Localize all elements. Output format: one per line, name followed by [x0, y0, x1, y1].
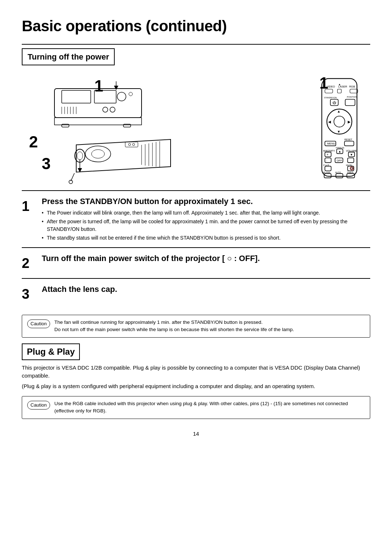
- caution-box-1: Caution The fan will continue running fo…: [22, 315, 370, 338]
- projector-diagram: 1 2 3: [22, 70, 305, 187]
- step-1: 1 Press the STANDBY/ON button for approx…: [22, 190, 370, 247]
- svg-text:MUTE: MUTE: [346, 164, 352, 166]
- svg-text:▲: ▲: [337, 109, 341, 113]
- diagram-label-1b: 1: [319, 71, 328, 95]
- svg-text:▲: ▲: [338, 150, 342, 153]
- svg-point-28: [128, 143, 131, 146]
- svg-rect-5: [54, 118, 142, 125]
- plug-play-para1: This projector is VESA DDC 1/2B compatib…: [22, 364, 370, 380]
- svg-point-13: [110, 107, 115, 112]
- step-3-title: Attach the lens cap.: [42, 283, 370, 295]
- title-divider: [22, 44, 370, 45]
- svg-text:RESET: RESET: [344, 138, 352, 140]
- svg-text:-: -: [326, 159, 327, 162]
- svg-text:🔇: 🔇: [350, 166, 354, 171]
- svg-text:VOLUME: VOLUME: [346, 150, 357, 152]
- svg-text:OFF: OFF: [336, 159, 342, 162]
- svg-point-29: [132, 143, 135, 146]
- step-1-content: Press the STANDBY/ON button for approxim…: [42, 195, 370, 243]
- caution-1-text: The fan will continue running for approx…: [54, 319, 294, 334]
- section1-label: Turning off the power: [22, 48, 115, 65]
- svg-text:⏻: ⏻: [332, 101, 336, 105]
- step-2-title: Turn off the main power switch of the pr…: [42, 252, 370, 264]
- caution-2-text: Use the RGB cable included with this pro…: [54, 400, 365, 415]
- svg-text:POSITION: POSITION: [347, 96, 357, 98]
- step-3: 3 Attach the lens cap.: [22, 278, 370, 309]
- step-1-bullets: The Power indicator will blink orange, t…: [42, 209, 370, 242]
- svg-rect-27: [125, 142, 138, 147]
- svg-text:MENU: MENU: [327, 142, 335, 145]
- caution-1-label: Caution: [27, 319, 50, 328]
- svg-rect-45: [345, 99, 355, 105]
- svg-rect-15: [123, 124, 131, 127]
- step-1-bullet-2: After the power is turned off, the lamp …: [42, 218, 370, 233]
- remote-diagram: 1 VIDEO ▲ LASER RGB STANDBY/ON POSITION …: [309, 77, 370, 181]
- step-2: 2 Turn off the main power switch of the …: [22, 247, 370, 278]
- svg-text:▼: ▼: [350, 152, 353, 156]
- svg-text:FREEZE: FREEZE: [336, 147, 344, 149]
- diagram-label-1a: 1: [94, 74, 103, 98]
- svg-rect-55: [344, 141, 354, 146]
- svg-point-12: [103, 107, 108, 112]
- projectors-svg: [22, 78, 214, 187]
- svg-rect-1: [62, 90, 91, 103]
- step-3-content: Attach the lens cap.: [42, 283, 370, 295]
- svg-text:RGB: RGB: [349, 85, 355, 88]
- svg-rect-39: [338, 89, 342, 93]
- svg-rect-40: [350, 89, 358, 93]
- svg-point-47: [334, 116, 345, 127]
- svg-text:▶: ▶: [348, 120, 351, 124]
- caution-2-label: Caution: [27, 401, 50, 410]
- svg-rect-14: [62, 124, 69, 127]
- svg-point-3: [117, 92, 126, 101]
- steps-section: 1 Press the STANDBY/ON button for approx…: [22, 190, 370, 309]
- svg-text:MAGNIFY: MAGNIFY: [323, 150, 335, 152]
- svg-text:STANDBY/ON: STANDBY/ON: [324, 97, 337, 99]
- svg-text:LASER: LASER: [338, 85, 347, 88]
- page-number: 14: [22, 430, 370, 438]
- svg-text:▼: ▼: [337, 130, 341, 134]
- step-1-num: 1: [22, 195, 42, 217]
- step-2-num: 2: [22, 252, 42, 274]
- svg-rect-79: [336, 174, 343, 178]
- diagram-label-3: 3: [42, 152, 50, 176]
- svg-point-17: [85, 146, 111, 162]
- caution-box-2: Caution Use the RGB cable included with …: [22, 396, 370, 419]
- svg-rect-69: [348, 158, 354, 163]
- svg-point-4: [129, 92, 132, 96]
- svg-rect-72: [325, 166, 331, 171]
- plug-play-section: Plug & Play This projector is VESA DDC 1…: [22, 343, 370, 391]
- svg-text:TIMER: TIMER: [347, 171, 353, 174]
- step-1-bullet-1: The Power indicator will blink orange, t…: [42, 209, 370, 217]
- svg-point-20: [77, 152, 83, 160]
- diagram-label-2: 2: [29, 130, 38, 154]
- step-1-title: Press the STANDBY/ON button for approxim…: [42, 195, 370, 207]
- step-3-num: 3: [22, 283, 42, 305]
- page-title: Basic operations (continued): [22, 15, 370, 37]
- plug-play-title: Plug & Play: [22, 343, 80, 360]
- step-1-bullet-3: The standby status will not be entered i…: [42, 234, 370, 242]
- svg-text:+: +: [326, 152, 328, 156]
- svg-text:BLANK: BLANK: [323, 171, 330, 174]
- svg-text:◀: ◀: [328, 120, 331, 124]
- step-2-content: Turn off the main power switch of the pr…: [42, 252, 370, 264]
- plug-play-para2: (Plug & play is a system configured with…: [22, 382, 370, 391]
- svg-text:P in P: P in P: [323, 164, 329, 166]
- svg-text:AUTO: AUTO: [335, 171, 341, 174]
- diagram-area: 1 2 3: [22, 70, 370, 187]
- svg-point-18: [91, 150, 105, 158]
